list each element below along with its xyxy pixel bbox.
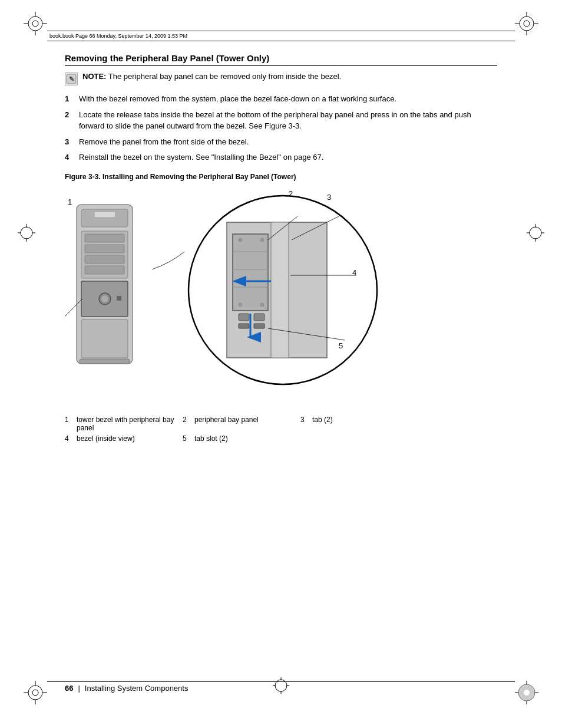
legend-item-1: 1 tower bezel with peripheral bay panel (65, 416, 183, 432)
note-text: NOTE: The peripheral bay panel can be re… (82, 72, 341, 81)
step-1-text: With the bezel removed from the system, … (79, 94, 396, 105)
svg-rect-64 (271, 222, 289, 358)
step-3-text: Remove the panel from the front side of … (79, 137, 249, 148)
legend-num-2: 2 (183, 416, 191, 424)
step-2-num: 2 (65, 110, 74, 132)
legend-item-5: 5 tab slot (2) (183, 434, 300, 443)
connector-line (152, 246, 187, 283)
corner-mark-br (515, 681, 538, 704)
legend-item-2: 2 peripheral bay panel (183, 416, 300, 432)
svg-rect-63 (254, 324, 265, 328)
legend-label-1: tower bezel with peripheral bay panel (77, 416, 183, 432)
corner-mark-bl (24, 681, 47, 704)
legend-num-3: 3 (300, 416, 309, 424)
svg-point-75 (275, 680, 287, 691)
svg-rect-44 (85, 245, 124, 253)
step-4: 4 Reinstall the bezel on the system. See… (65, 152, 497, 163)
note-icon: ✎ (65, 73, 78, 85)
svg-point-7 (524, 21, 530, 27)
svg-rect-62 (239, 324, 249, 328)
callout-4: 4 (352, 268, 356, 277)
svg-point-70 (260, 303, 264, 307)
figure-area: 1 (65, 187, 497, 405)
figure-caption-title: Installing and Removing the Peripheral B… (103, 173, 296, 181)
svg-point-26 (524, 690, 530, 696)
corner-mark-tr (515, 12, 538, 35)
steps-list: 1 With the bezel removed from the system… (65, 94, 497, 163)
svg-rect-52 (80, 359, 130, 364)
callout-1: 1 (68, 197, 72, 206)
callout-3: 3 (327, 193, 331, 202)
legend-num-5: 5 (183, 434, 191, 443)
svg-point-50 (101, 295, 108, 302)
svg-rect-60 (239, 314, 249, 321)
svg-rect-61 (254, 314, 265, 321)
legend-num-1: 1 (65, 416, 73, 424)
svg-rect-48 (81, 319, 128, 358)
svg-point-32 (530, 227, 541, 239)
svg-point-69 (239, 303, 242, 307)
legend-label-5: tab slot (2) (194, 434, 228, 443)
bottom-center-mark (273, 677, 289, 696)
legend-num-4: 4 (65, 434, 73, 443)
svg-rect-56 (233, 234, 268, 311)
page: book.book Page 66 Monday, September 14, … (0, 0, 562, 728)
svg-point-14 (32, 690, 38, 696)
note-box: ✎ NOTE: The peripheral bay panel can be … (65, 72, 497, 85)
detail-circle (180, 187, 392, 395)
step-1: 1 With the bezel removed from the system… (65, 94, 497, 105)
svg-point-0 (28, 17, 42, 31)
header-bar: book.book Page 66 Monday, September 14, … (47, 31, 515, 41)
legend: 1 tower bezel with peripheral bay panel … (65, 416, 497, 443)
figure-caption: Figure 3-3. Installing and Removing the … (65, 173, 497, 181)
callout-5: 5 (339, 341, 343, 350)
legend-item-4: 4 bezel (inside view) (65, 434, 183, 443)
svg-point-27 (21, 227, 32, 239)
side-mark-right (527, 224, 544, 243)
header-text: book.book Page 66 Monday, September 14, … (49, 33, 187, 39)
step-3-num: 3 (65, 137, 74, 148)
section-heading: Removing the Peripheral Bay Panel (Tower… (65, 53, 497, 66)
svg-point-1 (32, 21, 38, 27)
note-label: NOTE: (82, 72, 106, 81)
svg-point-6 (520, 17, 534, 31)
step-3: 3 Remove the panel from the front side o… (65, 137, 497, 148)
legend-item-3: 3 tab (2) (300, 416, 418, 432)
svg-point-13 (28, 686, 42, 700)
callout-2: 2 (289, 189, 293, 198)
note-body: The peripheral bay panel can be removed … (108, 72, 341, 81)
svg-rect-51 (117, 296, 121, 301)
svg-point-68 (260, 238, 264, 242)
corner-mark-tl (24, 12, 47, 35)
svg-point-67 (239, 238, 242, 242)
footer-text: Installing System Components (85, 684, 189, 693)
svg-rect-43 (85, 234, 124, 242)
footer-page-num: 66 (65, 684, 73, 693)
step-4-text: Reinstall the bezel on the system. See "… (79, 152, 323, 163)
side-mark-left (18, 224, 35, 243)
svg-rect-46 (85, 266, 124, 274)
legend-label-2: peripheral bay panel (194, 416, 259, 424)
step-4-num: 4 (65, 152, 74, 163)
legend-label-3: tab (2) (312, 416, 333, 424)
svg-rect-45 (85, 255, 124, 263)
step-2: 2 Locate the release tabs inside the bez… (65, 110, 497, 132)
figure-caption-label: Figure 3-3. (65, 173, 101, 181)
svg-rect-41 (94, 212, 115, 218)
main-content: Removing the Peripheral Bay Panel (Tower… (65, 53, 497, 454)
legend-label-4: bezel (inside view) (77, 434, 135, 443)
footer-separator: | (78, 684, 80, 693)
step-2-text: Locate the release tabs inside the bezel… (79, 110, 497, 132)
step-1-num: 1 (65, 94, 74, 105)
svg-text:✎: ✎ (69, 75, 74, 83)
tower-illustration (65, 199, 156, 377)
